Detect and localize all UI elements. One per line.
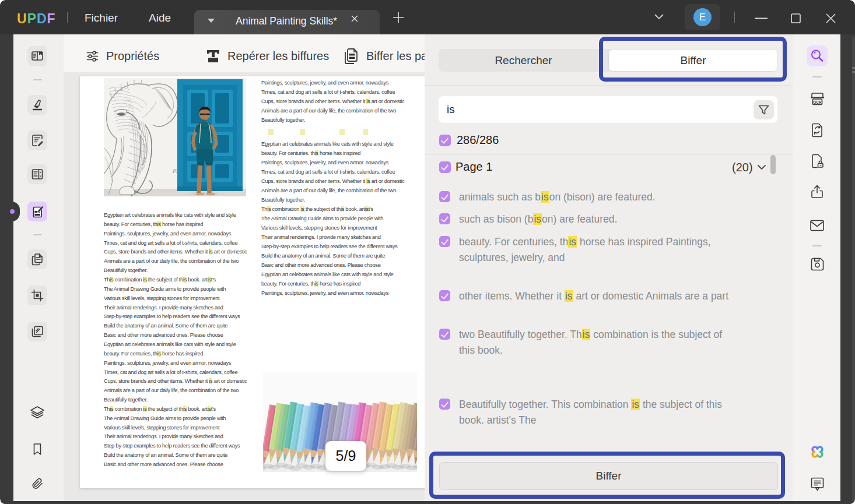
svg-text:OCR: OCR (813, 100, 822, 104)
svg-text:P.: P. (172, 167, 177, 174)
